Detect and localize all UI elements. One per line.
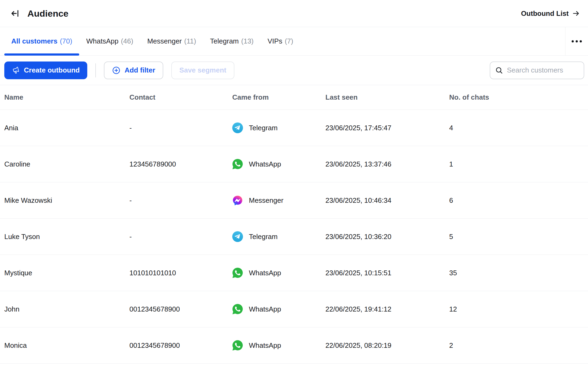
cell-chats: 4 [449, 124, 588, 132]
tab-messenger[interactable]: Messenger (11) [140, 27, 203, 55]
whatsapp-icon [232, 267, 243, 278]
cell-contact: - [129, 196, 232, 205]
tab-label: WhatsApp [86, 37, 118, 45]
search-box[interactable] [490, 62, 584, 79]
ellipsis-icon [572, 40, 574, 42]
cell-name: Ania [4, 124, 129, 132]
cell-channel: Telegram [232, 231, 325, 242]
cell-name: Monica [4, 341, 129, 350]
plus-circle-icon [112, 66, 121, 75]
page-title: Audience [27, 8, 68, 19]
add-filter-button[interactable]: Add filter [104, 62, 163, 79]
cell-last-seen: 23/06/2025, 10:15:51 [325, 269, 449, 277]
cell-channel: WhatsApp [232, 159, 325, 169]
whatsapp-icon [232, 304, 243, 314]
cell-contact: 0012345678900 [129, 341, 232, 350]
cell-channel: WhatsApp [232, 340, 325, 351]
messenger-icon [232, 195, 243, 206]
cell-contact: - [129, 233, 232, 241]
cell-last-seen: 23/06/2025, 10:46:34 [325, 196, 449, 205]
cell-contact: 123456789000 [129, 160, 232, 168]
tab-telegram[interactable]: Telegram (13) [203, 27, 260, 55]
toolbar-divider [95, 63, 96, 77]
tab-all-customers[interactable]: All customers (70) [4, 27, 79, 55]
cell-chats: 1 [449, 160, 588, 168]
tab-label: Telegram [210, 37, 239, 45]
column-header-came-from: Came from [232, 93, 325, 102]
cell-last-seen: 23/06/2025, 17:45:47 [325, 124, 449, 132]
outbound-list-label: Outbound List [521, 9, 569, 18]
table-row[interactable]: Mystique 101010101010 WhatsApp 23/06/202… [0, 255, 588, 291]
more-options-button[interactable] [565, 27, 588, 55]
create-outbound-label: Create outbound [24, 66, 80, 74]
cell-name: Caroline [4, 160, 129, 168]
table-row[interactable]: Ania - Telegram 23/06/2025, 17:45:47 4 [0, 110, 588, 146]
cell-name: Mike Wazowski [4, 196, 129, 205]
tab-count: (13) [241, 37, 253, 45]
column-header-last-seen: Last seen [325, 93, 449, 102]
outbound-list-link[interactable]: Outbound List [521, 9, 580, 18]
add-filter-label: Add filter [125, 66, 155, 74]
create-outbound-button[interactable]: Create outbound [4, 62, 87, 79]
cell-chats: 35 [449, 269, 588, 277]
column-header-no-of-chats: No. of chats [449, 93, 588, 102]
cell-channel: WhatsApp [232, 267, 325, 278]
tab-count: (70) [60, 37, 72, 45]
channel-label: WhatsApp [249, 305, 281, 313]
cell-contact: 0012345678900 [129, 305, 232, 313]
column-header-contact: Contact [129, 93, 232, 102]
cell-name: John [4, 305, 129, 313]
whatsapp-icon [232, 159, 243, 169]
search-input[interactable] [507, 66, 579, 74]
customers-table: Ania - Telegram 23/06/2025, 17:45:47 4 C… [0, 110, 588, 364]
column-header-name: Name [4, 93, 129, 102]
actions-toolbar: Create outbound Add filter Save segment [0, 56, 588, 85]
table-row[interactable]: John 0012345678900 WhatsApp 22/06/2025, … [0, 291, 588, 327]
cell-last-seen: 22/06/2025, 08:20:19 [325, 341, 449, 350]
tab-whatsapp[interactable]: WhatsApp (46) [79, 27, 140, 55]
telegram-icon [232, 231, 243, 242]
cell-last-seen: 22/06/2025, 19:41:12 [325, 305, 449, 313]
cell-channel: WhatsApp [232, 304, 325, 314]
channel-label: Messenger [249, 196, 284, 205]
tab-count: (46) [121, 37, 133, 45]
cell-chats: 5 [449, 233, 588, 241]
save-segment-label: Save segment [179, 66, 226, 74]
table-header: Name Contact Came from Last seen No. of … [0, 85, 588, 110]
cell-channel: Messenger [232, 195, 325, 206]
channel-label: WhatsApp [249, 269, 281, 277]
tab-label: VIPs [268, 37, 282, 45]
table-row[interactable]: Luke Tyson - Telegram 23/06/2025, 10:36:… [0, 219, 588, 255]
page-header: Audience Outbound List [0, 0, 588, 27]
cell-chats: 2 [449, 341, 588, 350]
cell-contact: - [129, 124, 232, 132]
whatsapp-icon [232, 340, 243, 351]
table-row[interactable]: Monica 0012345678900 WhatsApp 22/06/2025… [0, 327, 588, 364]
channel-label: WhatsApp [249, 341, 281, 350]
tab-count: (11) [184, 37, 196, 45]
cell-chats: 12 [449, 305, 588, 313]
cell-last-seen: 23/06/2025, 10:36:20 [325, 233, 449, 241]
arrow-left-to-bar-icon [10, 8, 21, 19]
search-icon [495, 66, 503, 74]
cell-chats: 6 [449, 196, 588, 205]
segments-tabbar: All customers (70) WhatsApp (46) Messeng… [0, 27, 588, 56]
cell-last-seen: 23/06/2025, 13:37:46 [325, 160, 449, 168]
tab-label: Messenger [147, 37, 182, 45]
cell-channel: Telegram [232, 122, 325, 133]
tab-vips[interactable]: VIPs (7) [261, 27, 300, 55]
collapse-back-button[interactable] [9, 7, 22, 20]
channel-label: Telegram [249, 233, 278, 241]
megaphone-icon [12, 66, 20, 74]
channel-label: WhatsApp [249, 160, 281, 168]
table-row[interactable]: Caroline 123456789000 WhatsApp 23/06/202… [0, 146, 588, 182]
cell-name: Mystique [4, 269, 129, 277]
channel-label: Telegram [249, 124, 278, 132]
table-row[interactable]: Mike Wazowski - Messenger 23/06/2025, 10… [0, 182, 588, 219]
telegram-icon [232, 122, 243, 133]
cell-name: Luke Tyson [4, 233, 129, 241]
tab-label: All customers [11, 37, 57, 45]
tab-count: (7) [285, 37, 293, 45]
cell-contact: 101010101010 [129, 269, 232, 277]
save-segment-button[interactable]: Save segment [171, 62, 234, 79]
